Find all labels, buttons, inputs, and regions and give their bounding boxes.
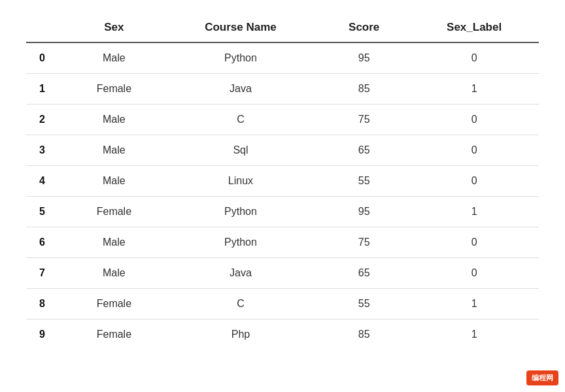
cell-sex: Female [65,289,163,319]
cell-index: 3 [26,135,65,166]
cell-course_name: Python [163,227,318,258]
cell-course_name: Sql [163,135,318,166]
table-container: Sex Course Name Score Sex_Label 0MalePyt… [26,13,539,350]
cell-sex: Female [65,74,163,105]
table-row: 2MaleC750 [26,105,539,135]
cell-sex_label: 0 [409,42,539,74]
table-row: 0MalePython950 [26,42,539,74]
cell-score: 65 [318,258,409,289]
col-header-index [26,13,65,42]
cell-course_name: Java [163,74,318,105]
cell-sex: Male [65,227,163,258]
col-header-sex: Sex [65,13,163,42]
table-row: 6MalePython750 [26,227,539,258]
cell-index: 4 [26,166,65,197]
cell-course_name: Python [163,197,318,227]
cell-sex_label: 0 [409,166,539,197]
table-row: 7MaleJava650 [26,258,539,289]
cell-index: 8 [26,289,65,319]
cell-score: 75 [318,227,409,258]
cell-sex_label: 0 [409,135,539,166]
cell-sex: Male [65,135,163,166]
cell-sex_label: 0 [409,258,539,289]
cell-sex_label: 1 [409,197,539,227]
cell-index: 9 [26,319,65,350]
col-header-course-name: Course Name [163,13,318,42]
col-header-sex-label: Sex_Label [409,13,539,42]
cell-sex: Male [65,258,163,289]
cell-course_name: C [163,289,318,319]
cell-index: 1 [26,74,65,105]
col-header-score: Score [318,13,409,42]
cell-score: 65 [318,135,409,166]
cell-score: 95 [318,42,409,74]
table-row: 3MaleSql650 [26,135,539,166]
table-header-row: Sex Course Name Score Sex_Label [26,13,539,42]
cell-index: 7 [26,258,65,289]
cell-index: 0 [26,42,65,74]
cell-sex: Male [65,42,163,74]
cell-index: 6 [26,227,65,258]
cell-sex_label: 0 [409,105,539,135]
cell-index: 2 [26,105,65,135]
cell-course_name: Python [163,42,318,74]
cell-course_name: C [163,105,318,135]
table-row: 9FemalePhp851 [26,319,539,350]
cell-sex_label: 1 [409,319,539,350]
cell-course_name: Php [163,319,318,350]
cell-score: 85 [318,74,409,105]
cell-course_name: Linux [163,166,318,197]
table-row: 8FemaleC551 [26,289,539,319]
cell-score: 55 [318,289,409,319]
data-table: Sex Course Name Score Sex_Label 0MalePyt… [26,13,539,350]
cell-sex: Female [65,197,163,227]
cell-sex: Female [65,319,163,350]
cell-sex_label: 1 [409,289,539,319]
cell-score: 95 [318,197,409,227]
cell-score: 55 [318,166,409,197]
cell-sex_label: 0 [409,227,539,258]
cell-sex: Male [65,105,163,135]
table-row: 4MaleLinux550 [26,166,539,197]
cell-score: 75 [318,105,409,135]
cell-index: 5 [26,197,65,227]
cell-sex_label: 1 [409,74,539,105]
cell-course_name: Java [163,258,318,289]
table-row: 5FemalePython951 [26,197,539,227]
watermark: 编程网 [526,370,558,385]
table-row: 1FemaleJava851 [26,74,539,105]
cell-sex: Male [65,166,163,197]
cell-score: 85 [318,319,409,350]
